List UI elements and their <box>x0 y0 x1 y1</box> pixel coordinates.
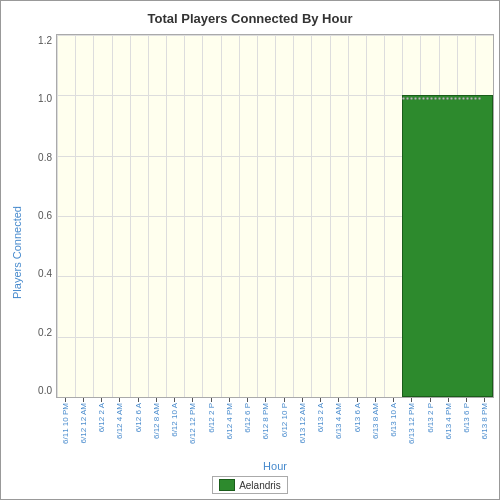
x-tick-label: 6/13 6 A <box>353 403 362 432</box>
data-dot <box>406 97 409 100</box>
x-axis-label: Hour <box>56 460 494 472</box>
x-tick: 6/13 8 AM <box>366 398 384 458</box>
grid-line-vertical <box>184 35 185 397</box>
y-axis-label: Players Connected <box>6 34 28 472</box>
x-tick-mark <box>138 398 139 402</box>
x-tick-label: 6/12 10 P <box>280 403 289 437</box>
chart-legend: Aelandris <box>212 476 288 494</box>
data-dot <box>422 97 425 100</box>
data-dot <box>418 97 421 100</box>
x-tick-mark <box>156 398 157 402</box>
grid-line-vertical <box>330 35 331 397</box>
x-tick-mark <box>338 398 339 402</box>
x-tick-mark <box>119 398 120 402</box>
data-dot <box>402 97 405 100</box>
data-dot <box>462 97 465 100</box>
data-dot <box>478 97 481 100</box>
grid-line-vertical <box>148 35 149 397</box>
data-dot <box>466 97 469 100</box>
x-tick-mark <box>375 398 376 402</box>
x-tick: 6/12 8 AM <box>147 398 165 458</box>
grid-line-vertical <box>275 35 276 397</box>
data-dot <box>430 97 433 100</box>
grid-line-vertical <box>293 35 294 397</box>
x-ticks-row: 6/11 10 PM 6/12 12 AM 6/12 2 A 6/12 4 AM… <box>56 398 494 458</box>
grid-line-vertical <box>348 35 349 397</box>
x-tick-label: 6/12 8 AM <box>152 403 161 439</box>
x-tick-mark <box>83 398 84 402</box>
y-tick-label: 0.2 <box>38 328 52 338</box>
x-tick: 6/13 4 AM <box>330 398 348 458</box>
grid-line-vertical <box>166 35 167 397</box>
x-tick-mark <box>65 398 66 402</box>
x-tick-label: 6/12 4 AM <box>115 403 124 439</box>
x-tick: 6/13 6 P <box>458 398 476 458</box>
x-tick: 6/11 10 PM <box>56 398 74 458</box>
grid-line-vertical <box>257 35 258 397</box>
grid-line-vertical <box>93 35 94 397</box>
x-tick: 6/12 4 AM <box>111 398 129 458</box>
x-tick-label: 6/12 10 A <box>170 403 179 437</box>
legend-label: Aelandris <box>239 480 281 491</box>
x-tick-label: 6/12 6 P <box>243 403 252 433</box>
data-dot <box>474 97 477 100</box>
x-axis-area: 6/11 10 PM 6/12 12 AM 6/12 2 A 6/12 4 AM… <box>28 398 494 472</box>
data-dot <box>470 97 473 100</box>
x-tick-label: 6/13 10 A <box>389 403 398 437</box>
chart-container: Total Players Connected By Hour Players … <box>0 0 500 500</box>
x-tick: 6/12 8 PM <box>257 398 275 458</box>
x-tick-mark <box>393 398 394 402</box>
y-tick-label: 0.8 <box>38 153 52 163</box>
x-tick-mark <box>284 398 285 402</box>
x-tick-mark <box>265 398 266 402</box>
data-dot <box>410 97 413 100</box>
x-tick: 6/13 8 PM <box>476 398 494 458</box>
x-tick-mark <box>320 398 321 402</box>
data-dot <box>454 97 457 100</box>
data-bar <box>402 95 493 397</box>
x-tick-label: 6/12 2 P <box>207 403 216 433</box>
data-dot <box>414 97 417 100</box>
legend-icon <box>219 479 235 491</box>
x-tick: 6/13 12 AM <box>293 398 311 458</box>
x-tick-label: 6/13 2 A <box>316 403 325 432</box>
grid-line-vertical <box>366 35 367 397</box>
x-tick-mark <box>466 398 467 402</box>
grid-line-vertical <box>311 35 312 397</box>
grid-line-vertical <box>112 35 113 397</box>
x-tick-label: 6/12 4 PM <box>225 403 234 439</box>
chart-area: Players Connected 1.21.00.80.60.40.20.0 … <box>6 34 494 472</box>
x-tick-mark <box>357 398 358 402</box>
x-tick-mark <box>101 398 102 402</box>
y-tick-label: 0.6 <box>38 211 52 221</box>
x-tick: 6/12 12 PM <box>184 398 202 458</box>
x-tick-label: 6/13 12 PM <box>407 403 416 444</box>
data-dot <box>434 97 437 100</box>
data-dot <box>446 97 449 100</box>
y-tick-label: 1.0 <box>38 94 52 104</box>
x-tick-mark <box>192 398 193 402</box>
chart-title: Total Players Connected By Hour <box>148 11 353 26</box>
grid-line-vertical <box>239 35 240 397</box>
x-tick: 6/12 2 P <box>202 398 220 458</box>
x-tick-mark <box>484 398 485 402</box>
x-tick-label: 6/12 6 A <box>134 403 143 432</box>
x-tick-label: 6/12 12 PM <box>188 403 197 444</box>
x-tick-label: 6/11 10 PM <box>61 403 70 444</box>
x-tick-label: 6/13 4 AM <box>334 403 343 439</box>
x-tick-mark <box>302 398 303 402</box>
grid-line-vertical <box>221 35 222 397</box>
grid-line-vertical <box>384 35 385 397</box>
x-tick-mark <box>211 398 212 402</box>
x-tick-label: 6/13 4 PM <box>444 403 453 439</box>
y-ticks: 1.21.00.80.60.40.20.0 <box>28 34 56 398</box>
x-tick: 6/13 10 A <box>385 398 403 458</box>
x-tick-mark <box>430 398 431 402</box>
y-tick-label: 0.4 <box>38 269 52 279</box>
grid-line-vertical <box>130 35 131 397</box>
x-tick-label: 6/12 12 AM <box>79 403 88 443</box>
x-tick: 6/12 10 P <box>275 398 293 458</box>
x-tick-mark <box>448 398 449 402</box>
grid-line-vertical <box>202 35 203 397</box>
x-tick-label: 6/13 8 PM <box>480 403 489 439</box>
